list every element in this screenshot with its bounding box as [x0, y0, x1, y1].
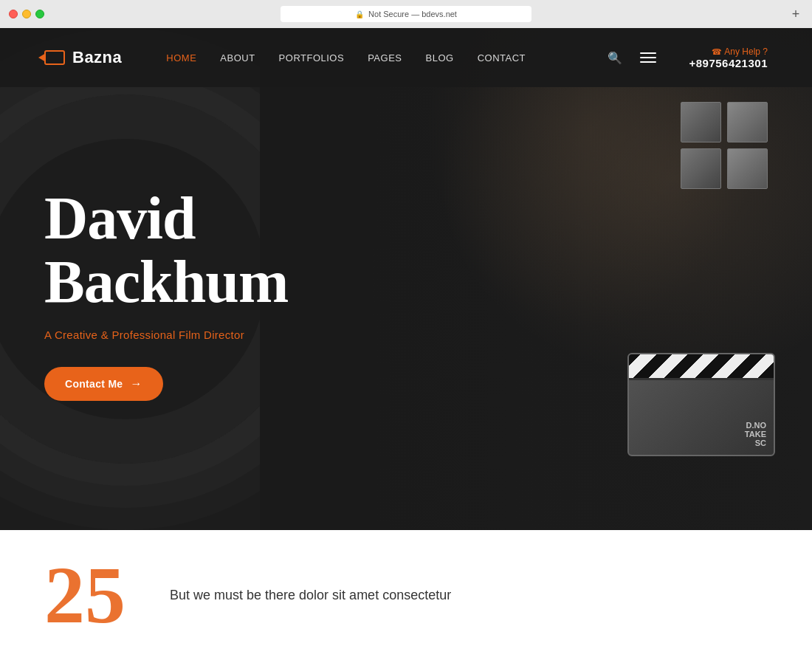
- contact-btn-label: Contact Me: [65, 378, 123, 390]
- nav-about[interactable]: ABOUT: [220, 52, 255, 63]
- hamburger-line-3: [640, 61, 656, 63]
- hamburger-menu[interactable]: [637, 49, 659, 66]
- logo-link[interactable]: Bazna: [44, 48, 122, 67]
- nav-links: HOME ABOUT PORTFOLIOS PAGES BLOG CONTACT: [166, 51, 608, 64]
- minimize-button[interactable]: [22, 10, 31, 18]
- bottom-section: 25 But we must be there dolor sit amet c…: [0, 530, 812, 660]
- new-tab-button[interactable]: +: [788, 7, 803, 21]
- contact-btn-arrow: →: [130, 377, 142, 391]
- nav-actions: 🔍 Any Help ? +89756421301: [608, 47, 768, 69]
- nav-contact[interactable]: CONTACT: [478, 52, 526, 63]
- hero-title-line2: Backhum: [44, 248, 288, 315]
- hero-content: David Backhum A Creative & Professional …: [44, 187, 288, 401]
- bottom-text: But we must be there dolor sit amet cons…: [170, 588, 451, 603]
- website: D.NO TAKE SC Bazna HOME ABOUT PORTFOLIOS…: [0, 28, 812, 660]
- clapper-body: D.NO TAKE SC: [627, 353, 775, 456]
- nav-pages[interactable]: PAGES: [368, 52, 402, 63]
- lock-icon: 🔒: [355, 10, 364, 18]
- logo-icon: [44, 50, 65, 65]
- nav-home[interactable]: HOME: [166, 52, 196, 63]
- address-bar[interactable]: 🔒 Not Secure — bdevs.net: [281, 6, 531, 22]
- hamburger-line-1: [640, 52, 656, 54]
- hero-title-line1: David: [44, 185, 196, 252]
- search-icon[interactable]: 🔍: [608, 51, 622, 65]
- url-text: Not Secure — bdevs.net: [368, 10, 457, 18]
- clapper-no-label: D.NO: [745, 421, 766, 430]
- hamburger-line-2: [640, 57, 656, 58]
- clapper-take-label: TAKE: [745, 430, 766, 439]
- traffic-lights: [9, 10, 44, 18]
- logo-text: Bazna: [72, 48, 122, 67]
- box-3: [681, 148, 721, 189]
- hero-subtitle: A Creative & Professional Film Director: [44, 329, 288, 341]
- hero-section: D.NO TAKE SC Bazna HOME ABOUT PORTFOLIOS…: [0, 28, 812, 530]
- hero-title: David Backhum: [44, 187, 288, 314]
- any-help-label: Any Help ?: [712, 47, 768, 57]
- nav-portfolios[interactable]: PORTFOLIOS: [279, 52, 345, 63]
- clapper-sc-label: SC: [745, 439, 766, 447]
- big-number: 25: [44, 554, 125, 636]
- contact-info: Any Help ? +89756421301: [689, 47, 768, 69]
- clapper-text: D.NO TAKE SC: [745, 421, 766, 447]
- close-button[interactable]: [9, 10, 18, 18]
- box-2: [727, 102, 768, 142]
- clapperboard: D.NO TAKE SC: [627, 353, 790, 486]
- phone-number: +89756421301: [689, 57, 768, 69]
- nav-blog[interactable]: BLOG: [426, 52, 454, 63]
- decorative-boxes: [681, 102, 768, 189]
- clapper-stripe: [629, 354, 774, 380]
- fullscreen-button[interactable]: [35, 10, 44, 18]
- navbar: Bazna HOME ABOUT PORTFOLIOS PAGES BLOG C…: [0, 28, 812, 87]
- contact-me-button[interactable]: Contact Me →: [44, 367, 163, 401]
- box-4: [727, 148, 768, 189]
- box-1: [681, 102, 721, 142]
- browser-chrome: 🔒 Not Secure — bdevs.net +: [0, 0, 812, 28]
